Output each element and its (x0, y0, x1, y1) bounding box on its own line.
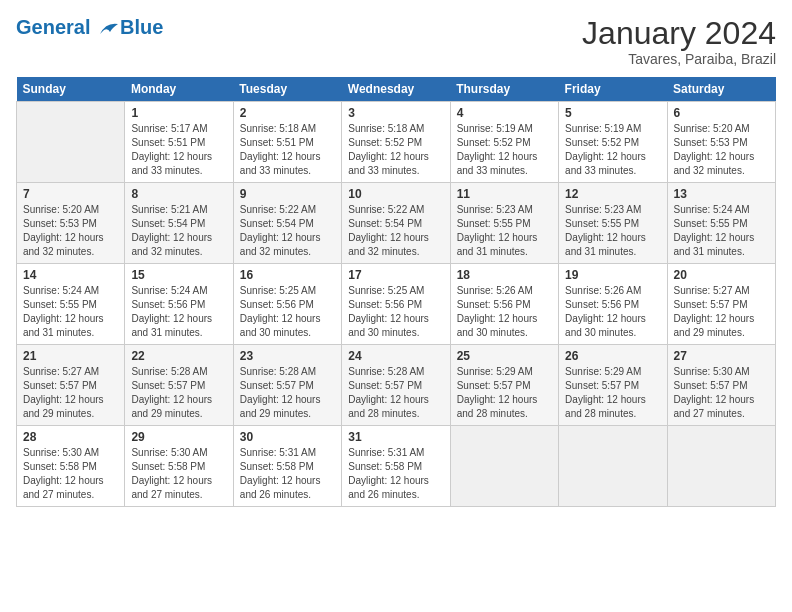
day-number: 28 (23, 430, 118, 444)
calendar-cell (559, 426, 667, 507)
day-info: Sunrise: 5:27 AM Sunset: 5:57 PM Dayligh… (674, 284, 769, 340)
day-info: Sunrise: 5:22 AM Sunset: 5:54 PM Dayligh… (348, 203, 443, 259)
calendar-cell (667, 426, 775, 507)
day-info: Sunrise: 5:23 AM Sunset: 5:55 PM Dayligh… (565, 203, 660, 259)
day-number: 7 (23, 187, 118, 201)
day-number: 3 (348, 106, 443, 120)
calendar-cell: 21Sunrise: 5:27 AM Sunset: 5:57 PM Dayli… (17, 345, 125, 426)
location-subtitle: Tavares, Paraiba, Brazil (582, 51, 776, 67)
day-info: Sunrise: 5:31 AM Sunset: 5:58 PM Dayligh… (348, 446, 443, 502)
calendar-cell: 15Sunrise: 5:24 AM Sunset: 5:56 PM Dayli… (125, 264, 233, 345)
day-number: 13 (674, 187, 769, 201)
page-container: General Blue January 2024 Tavares, Parai… (0, 0, 792, 517)
calendar-cell: 19Sunrise: 5:26 AM Sunset: 5:56 PM Dayli… (559, 264, 667, 345)
calendar-cell: 3Sunrise: 5:18 AM Sunset: 5:52 PM Daylig… (342, 102, 450, 183)
day-number: 27 (674, 349, 769, 363)
day-number: 2 (240, 106, 335, 120)
day-info: Sunrise: 5:29 AM Sunset: 5:57 PM Dayligh… (565, 365, 660, 421)
day-info: Sunrise: 5:26 AM Sunset: 5:56 PM Dayligh… (457, 284, 552, 340)
day-number: 26 (565, 349, 660, 363)
day-number: 24 (348, 349, 443, 363)
day-info: Sunrise: 5:20 AM Sunset: 5:53 PM Dayligh… (23, 203, 118, 259)
calendar-cell: 14Sunrise: 5:24 AM Sunset: 5:55 PM Dayli… (17, 264, 125, 345)
month-title: January 2024 (582, 16, 776, 51)
calendar-header: SundayMondayTuesdayWednesdayThursdayFrid… (17, 77, 776, 102)
logo-bird-icon (98, 20, 120, 38)
calendar-cell: 18Sunrise: 5:26 AM Sunset: 5:56 PM Dayli… (450, 264, 558, 345)
day-info: Sunrise: 5:28 AM Sunset: 5:57 PM Dayligh… (348, 365, 443, 421)
day-number: 19 (565, 268, 660, 282)
day-number: 11 (457, 187, 552, 201)
calendar-cell: 22Sunrise: 5:28 AM Sunset: 5:57 PM Dayli… (125, 345, 233, 426)
day-number: 1 (131, 106, 226, 120)
weekday-header: Wednesday (342, 77, 450, 102)
day-info: Sunrise: 5:25 AM Sunset: 5:56 PM Dayligh… (240, 284, 335, 340)
calendar-cell: 28Sunrise: 5:30 AM Sunset: 5:58 PM Dayli… (17, 426, 125, 507)
weekday-header: Thursday (450, 77, 558, 102)
day-info: Sunrise: 5:30 AM Sunset: 5:58 PM Dayligh… (23, 446, 118, 502)
day-number: 5 (565, 106, 660, 120)
calendar-cell: 9Sunrise: 5:22 AM Sunset: 5:54 PM Daylig… (233, 183, 341, 264)
day-number: 16 (240, 268, 335, 282)
day-number: 23 (240, 349, 335, 363)
logo-text-blue: Blue (120, 16, 163, 38)
calendar-cell: 12Sunrise: 5:23 AM Sunset: 5:55 PM Dayli… (559, 183, 667, 264)
calendar-cell: 10Sunrise: 5:22 AM Sunset: 5:54 PM Dayli… (342, 183, 450, 264)
day-info: Sunrise: 5:31 AM Sunset: 5:58 PM Dayligh… (240, 446, 335, 502)
day-number: 30 (240, 430, 335, 444)
day-number: 6 (674, 106, 769, 120)
day-number: 14 (23, 268, 118, 282)
day-info: Sunrise: 5:24 AM Sunset: 5:56 PM Dayligh… (131, 284, 226, 340)
day-info: Sunrise: 5:30 AM Sunset: 5:57 PM Dayligh… (674, 365, 769, 421)
calendar-cell: 6Sunrise: 5:20 AM Sunset: 5:53 PM Daylig… (667, 102, 775, 183)
day-info: Sunrise: 5:21 AM Sunset: 5:54 PM Dayligh… (131, 203, 226, 259)
day-number: 4 (457, 106, 552, 120)
day-info: Sunrise: 5:24 AM Sunset: 5:55 PM Dayligh… (674, 203, 769, 259)
day-number: 10 (348, 187, 443, 201)
day-number: 20 (674, 268, 769, 282)
day-info: Sunrise: 5:19 AM Sunset: 5:52 PM Dayligh… (565, 122, 660, 178)
day-info: Sunrise: 5:28 AM Sunset: 5:57 PM Dayligh… (240, 365, 335, 421)
day-info: Sunrise: 5:17 AM Sunset: 5:51 PM Dayligh… (131, 122, 226, 178)
day-info: Sunrise: 5:18 AM Sunset: 5:52 PM Dayligh… (348, 122, 443, 178)
calendar-cell: 7Sunrise: 5:20 AM Sunset: 5:53 PM Daylig… (17, 183, 125, 264)
day-info: Sunrise: 5:18 AM Sunset: 5:51 PM Dayligh… (240, 122, 335, 178)
calendar-cell: 2Sunrise: 5:18 AM Sunset: 5:51 PM Daylig… (233, 102, 341, 183)
calendar-cell: 8Sunrise: 5:21 AM Sunset: 5:54 PM Daylig… (125, 183, 233, 264)
calendar-cell: 24Sunrise: 5:28 AM Sunset: 5:57 PM Dayli… (342, 345, 450, 426)
day-number: 25 (457, 349, 552, 363)
calendar-cell (450, 426, 558, 507)
logo-text-general: General (16, 16, 90, 38)
day-info: Sunrise: 5:26 AM Sunset: 5:56 PM Dayligh… (565, 284, 660, 340)
calendar-cell: 1Sunrise: 5:17 AM Sunset: 5:51 PM Daylig… (125, 102, 233, 183)
day-info: Sunrise: 5:22 AM Sunset: 5:54 PM Dayligh… (240, 203, 335, 259)
day-info: Sunrise: 5:23 AM Sunset: 5:55 PM Dayligh… (457, 203, 552, 259)
weekday-header: Tuesday (233, 77, 341, 102)
day-info: Sunrise: 5:30 AM Sunset: 5:58 PM Dayligh… (131, 446, 226, 502)
day-info: Sunrise: 5:27 AM Sunset: 5:57 PM Dayligh… (23, 365, 118, 421)
weekday-header: Friday (559, 77, 667, 102)
calendar-cell: 17Sunrise: 5:25 AM Sunset: 5:56 PM Dayli… (342, 264, 450, 345)
day-number: 31 (348, 430, 443, 444)
calendar-cell: 16Sunrise: 5:25 AM Sunset: 5:56 PM Dayli… (233, 264, 341, 345)
day-number: 21 (23, 349, 118, 363)
calendar-cell (17, 102, 125, 183)
day-number: 22 (131, 349, 226, 363)
day-info: Sunrise: 5:25 AM Sunset: 5:56 PM Dayligh… (348, 284, 443, 340)
calendar-cell: 23Sunrise: 5:28 AM Sunset: 5:57 PM Dayli… (233, 345, 341, 426)
calendar-cell: 31Sunrise: 5:31 AM Sunset: 5:58 PM Dayli… (342, 426, 450, 507)
calendar-cell: 11Sunrise: 5:23 AM Sunset: 5:55 PM Dayli… (450, 183, 558, 264)
calendar-cell: 29Sunrise: 5:30 AM Sunset: 5:58 PM Dayli… (125, 426, 233, 507)
calendar-cell: 26Sunrise: 5:29 AM Sunset: 5:57 PM Dayli… (559, 345, 667, 426)
day-number: 18 (457, 268, 552, 282)
calendar-cell: 27Sunrise: 5:30 AM Sunset: 5:57 PM Dayli… (667, 345, 775, 426)
day-number: 8 (131, 187, 226, 201)
day-number: 9 (240, 187, 335, 201)
day-info: Sunrise: 5:29 AM Sunset: 5:57 PM Dayligh… (457, 365, 552, 421)
title-block: January 2024 Tavares, Paraiba, Brazil (582, 16, 776, 67)
calendar-cell: 25Sunrise: 5:29 AM Sunset: 5:57 PM Dayli… (450, 345, 558, 426)
calendar-cell: 20Sunrise: 5:27 AM Sunset: 5:57 PM Dayli… (667, 264, 775, 345)
page-header: General Blue January 2024 Tavares, Parai… (16, 16, 776, 67)
day-number: 17 (348, 268, 443, 282)
weekday-header: Sunday (17, 77, 125, 102)
